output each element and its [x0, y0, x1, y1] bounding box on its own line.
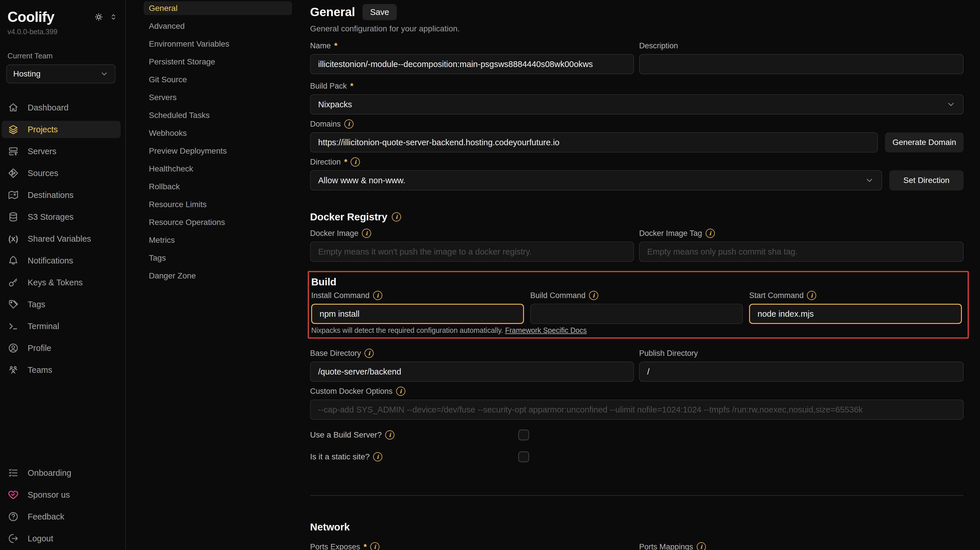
info-icon[interactable] [370, 542, 379, 550]
ports-mappings-label: Ports Mappings [639, 542, 964, 550]
sidebar: Coolify v4.0.0-beta.399 Current Team Hos… [0, 0, 126, 550]
sidebar-item-dashboard[interactable]: Dashboard [2, 99, 121, 116]
sidebar-item-projects[interactable]: Projects [2, 121, 121, 138]
info-icon[interactable] [373, 291, 382, 300]
info-icon[interactable] [373, 452, 382, 461]
build-section-highlight: Build Install Command Build Command Star… [308, 271, 969, 339]
sidebar-item-label: Logout [28, 534, 53, 544]
nav-item-general[interactable]: General [144, 2, 292, 15]
start-command-label: Start Command [749, 290, 962, 300]
base-directory-input[interactable] [310, 361, 634, 382]
use-build-server-row: Use a Build Server? [310, 429, 964, 441]
users-icon [8, 364, 19, 376]
docker-image-tag-label: Docker Image Tag [639, 228, 964, 238]
sidebar-item-label: Projects [28, 125, 58, 134]
team-select[interactable]: Hosting [6, 65, 115, 83]
info-icon[interactable] [364, 349, 374, 358]
home-icon [8, 102, 19, 113]
sidebar-item-profile[interactable]: Profile [2, 339, 121, 357]
name-input[interactable] [310, 54, 634, 74]
section-divider [310, 495, 964, 496]
nav-item-danger-zone[interactable]: Danger Zone [144, 269, 292, 282]
database-icon [8, 211, 19, 223]
tag-icon [8, 299, 19, 310]
info-icon[interactable] [344, 119, 353, 128]
sidebar-item-teams[interactable]: Teams [2, 361, 121, 379]
chevron-updown-icon[interactable] [109, 13, 118, 21]
nav-item-scheduled-tasks[interactable]: Scheduled Tasks [144, 108, 292, 122]
sidebar-item-sources[interactable]: Sources [2, 165, 121, 182]
docker-image-input[interactable] [310, 242, 634, 262]
nav-item-resource-operations[interactable]: Resource Operations [144, 216, 292, 229]
app-logo[interactable]: Coolify [8, 9, 54, 25]
use-build-server-label: Use a Build Server? [310, 430, 395, 440]
build-pack-select[interactable]: Nixpacks [310, 94, 964, 114]
sidebar-item-s3-storages[interactable]: S3 Storages [2, 208, 121, 225]
required-asterisk [350, 81, 353, 90]
info-icon[interactable] [697, 542, 706, 550]
static-site-checkbox[interactable] [518, 451, 529, 462]
sidebar-item-logout[interactable]: Logout [2, 530, 121, 547]
base-directory-label: Base Directory [310, 348, 634, 358]
info-icon[interactable] [385, 430, 395, 439]
sidebar-item-feedback[interactable]: Feedback [2, 508, 121, 525]
nav-item-tags[interactable]: Tags [144, 251, 292, 265]
description-input[interactable] [639, 54, 964, 74]
sun-icon[interactable] [94, 12, 104, 22]
generate-domain-button[interactable]: Generate Domain [885, 132, 964, 152]
sidebar-item-sponsor-us[interactable]: Sponsor us [2, 486, 121, 503]
info-icon[interactable] [396, 387, 406, 396]
sidebar-item-label: Keys & Tokens [28, 278, 83, 287]
nav-item-git-source[interactable]: Git Source [144, 73, 292, 86]
domains-input[interactable] [310, 132, 878, 152]
info-icon[interactable] [351, 157, 360, 166]
info-icon[interactable] [706, 229, 715, 238]
start-command-input[interactable] [749, 304, 962, 324]
sidebar-item-terminal[interactable]: Terminal [2, 318, 121, 335]
nav-item-servers[interactable]: Servers [144, 90, 292, 104]
set-direction-button[interactable]: Set Direction [889, 170, 964, 190]
sidebar-item-label: Sponsor us [28, 490, 70, 500]
sidebar-item-onboarding[interactable]: Onboarding [2, 464, 121, 482]
nav-item-webhooks[interactable]: Webhooks [144, 126, 292, 140]
nav-item-healthcheck[interactable]: Healthcheck [144, 162, 292, 176]
name-description-row: Name Description [310, 41, 964, 74]
custom-docker-options-row: Custom Docker Options [310, 386, 964, 420]
sidebar-item-tags[interactable]: Tags [2, 296, 121, 313]
sidebar-item-keys-tokens[interactable]: Keys & Tokens [2, 274, 121, 291]
sidebar-item-notifications[interactable]: Notifications [2, 252, 121, 269]
static-site-row: Is it a static site? [310, 451, 964, 463]
info-icon[interactable] [362, 229, 371, 238]
direction-row: Direction Allow www & non-www. Set Direc… [310, 157, 964, 190]
info-icon[interactable] [807, 291, 816, 300]
publish-directory-label: Publish Directory [639, 348, 964, 358]
sidebar-item-label: Tags [28, 300, 45, 309]
sidebar-item-destinations[interactable]: Destinations [2, 186, 121, 204]
current-team-label: Current Team [8, 51, 118, 60]
nav-item-rollback[interactable]: Rollback [144, 180, 292, 193]
nav-item-environment-variables[interactable]: Environment Variables [144, 37, 292, 51]
nav-item-resource-limits[interactable]: Resource Limits [144, 198, 292, 211]
direction-value: Allow www & non-www. [318, 176, 406, 185]
save-button[interactable]: Save [363, 4, 396, 20]
custom-docker-options-input[interactable] [310, 399, 964, 420]
directories-row: Base Directory Publish Directory [310, 348, 964, 382]
sidebar-item-servers[interactable]: Servers [2, 143, 121, 160]
info-icon[interactable] [392, 212, 401, 222]
server-icon [8, 146, 19, 157]
nav-item-metrics[interactable]: Metrics [144, 233, 292, 247]
info-icon[interactable] [589, 291, 598, 300]
team-select-value: Hosting [13, 69, 41, 79]
docker-image-tag-input[interactable] [639, 242, 964, 262]
install-command-input[interactable] [311, 304, 524, 324]
framework-docs-link[interactable]: Framework Specific Docs [505, 326, 587, 334]
sidebar-item-shared-variables[interactable]: Shared Variables [2, 230, 121, 247]
logo-icons [94, 12, 118, 22]
nav-item-persistent-storage[interactable]: Persistent Storage [144, 55, 292, 68]
use-build-server-checkbox[interactable] [518, 430, 529, 441]
nav-item-preview-deployments[interactable]: Preview Deployments [144, 144, 292, 158]
direction-select[interactable]: Allow www & non-www. [310, 170, 882, 190]
publish-directory-input[interactable] [639, 361, 964, 382]
build-command-input[interactable] [530, 304, 743, 324]
nav-item-advanced[interactable]: Advanced [144, 19, 292, 33]
